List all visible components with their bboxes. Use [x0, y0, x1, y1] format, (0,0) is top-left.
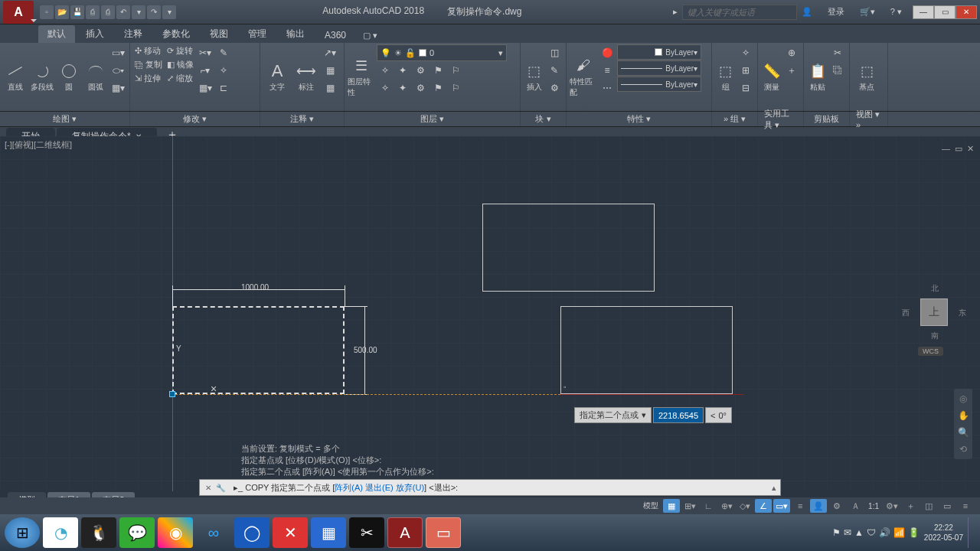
taskbar-app-8[interactable]: ▦: [311, 517, 346, 548]
taskbar-ppt[interactable]: ▭: [426, 517, 461, 548]
layer-s3-icon[interactable]: ⚙: [412, 62, 429, 79]
cmd-close-icon[interactable]: ✕: [203, 482, 214, 493]
app-logo[interactable]: A: [3, 1, 34, 24]
tab-a360[interactable]: A360: [315, 28, 355, 43]
qat-redo-icon[interactable]: ↷: [147, 5, 161, 19]
taskbar-app-5[interactable]: ∞: [196, 517, 231, 548]
group-s3-icon[interactable]: ⊟: [737, 80, 754, 96]
tab-manage[interactable]: 管理: [239, 25, 276, 43]
cmd-history-toggle-icon[interactable]: ▴: [768, 483, 780, 493]
polyline-button[interactable]: 多段线: [30, 44, 55, 109]
nav-wheel-icon[interactable]: ◎: [956, 392, 970, 406]
status-qp-icon[interactable]: 👤: [810, 499, 827, 513]
arc-button[interactable]: 圆弧: [83, 44, 108, 109]
tab-output[interactable]: 输出: [277, 25, 314, 43]
qat-open-icon[interactable]: 📂: [55, 5, 69, 19]
start-button[interactable]: ⊞: [5, 517, 40, 548]
qat-redo-dd-icon[interactable]: ▾: [162, 5, 176, 19]
props-list-icon[interactable]: ≡: [599, 62, 616, 79]
cut-icon[interactable]: ✂: [829, 44, 846, 61]
tray-flag-icon[interactable]: ⚑: [832, 527, 841, 538]
trim-icon[interactable]: ✂▾: [197, 44, 214, 61]
color-combo[interactable]: ByLayer ▾: [617, 44, 701, 60]
tray-shield-icon[interactable]: 🛡: [867, 527, 876, 538]
tray-vol-icon[interactable]: 📶: [893, 527, 905, 538]
circle-button[interactable]: 圆: [57, 44, 82, 109]
qat-saveas-icon[interactable]: ⎙: [86, 5, 100, 19]
props-more-icon[interactable]: ⋯: [599, 80, 616, 96]
layer-s5-icon[interactable]: ⚐: [447, 62, 464, 79]
cmd-config-icon[interactable]: 🔧: [215, 482, 226, 493]
layer-s6-icon[interactable]: ✧: [377, 80, 394, 96]
fillet-icon[interactable]: ⌐▾: [197, 62, 214, 79]
cmd-opt-array[interactable]: 阵列(A): [335, 483, 363, 492]
vp-maximize-icon[interactable]: ▭: [955, 144, 962, 154]
status-otrack-icon[interactable]: ∠: [755, 499, 772, 513]
taskbar-browser1[interactable]: ◉: [158, 517, 193, 548]
close-button[interactable]: ✕: [956, 5, 977, 19]
group-s2-icon[interactable]: ⊞: [737, 62, 754, 79]
signin-icon[interactable]: 👤: [797, 5, 817, 18]
panel-title-props[interactable]: 特性 ▾: [567, 112, 712, 126]
block-attr-icon[interactable]: ⚙: [546, 80, 563, 96]
system-clock[interactable]: 22:22 2022-05-07: [924, 523, 963, 543]
copy-clip-icon[interactable]: ⿻: [829, 62, 846, 79]
status-model[interactable]: 模型: [640, 500, 662, 511]
search-input[interactable]: [682, 5, 797, 20]
layer-s2-icon[interactable]: ✦: [394, 62, 411, 79]
qat-save-icon[interactable]: 💾: [70, 5, 84, 19]
status-clean-icon[interactable]: ▭: [939, 499, 956, 513]
layer-s9-icon[interactable]: ⚑: [430, 80, 446, 96]
dyn-angle-input[interactable]: < 0°: [705, 407, 732, 423]
login-button[interactable]: 登录: [823, 5, 849, 19]
offset-icon[interactable]: ⊏: [215, 80, 232, 96]
status-snap-icon[interactable]: ⊞▾: [681, 499, 698, 513]
block-edit-icon[interactable]: ✎: [546, 62, 563, 79]
match-props-button[interactable]: 🖌特性匹配: [570, 44, 597, 109]
tab-insert[interactable]: 插入: [77, 25, 113, 43]
array-icon[interactable]: ▦▾: [197, 80, 214, 96]
block-create-icon[interactable]: ◫: [546, 44, 563, 61]
dim-button[interactable]: ⟷标注: [292, 44, 320, 109]
nav-pan-icon[interactable]: ✋: [956, 409, 970, 422]
status-anno-icon[interactable]: Ａ: [847, 499, 864, 513]
draw-ellipse-icon[interactable]: ⬭▾: [109, 62, 126, 79]
annot-more-icon[interactable]: ▦: [322, 80, 338, 96]
erase-icon[interactable]: ✎: [215, 44, 232, 61]
cmd-opt-undo[interactable]: 放弃(U): [396, 483, 424, 492]
taskbar-wechat[interactable]: 💬: [119, 517, 155, 548]
maximize-button[interactable]: ▭: [934, 5, 956, 19]
status-ortho-icon[interactable]: ∟: [700, 499, 717, 513]
panel-title-annot[interactable]: 注释 ▾: [260, 112, 345, 126]
search-arrow-icon[interactable]: ▸: [668, 5, 682, 18]
explode-icon[interactable]: ✧: [215, 62, 232, 79]
lineweight-combo[interactable]: ByLayer ▾: [617, 60, 701, 76]
tab-default[interactable]: 默认: [38, 25, 75, 43]
copy-button[interactable]: ⿻复制: [133, 58, 164, 71]
dyn-distance-input[interactable]: 2218.6545: [653, 407, 704, 423]
dyn-dropdown-icon[interactable]: ▾: [642, 410, 646, 420]
draw-hatch-icon[interactable]: ▦▾: [109, 80, 126, 96]
tray-batt-icon[interactable]: 🔋: [908, 527, 920, 538]
layer-props-button[interactable]: ☰图层特性: [348, 44, 375, 109]
panel-title-clip[interactable]: 剪贴板: [804, 112, 850, 126]
tray-mail-icon[interactable]: ✉: [844, 527, 851, 538]
status-osnap-icon[interactable]: ◇▾: [737, 499, 753, 513]
qat-plot-icon[interactable]: ⎙: [101, 5, 115, 19]
vp-minimize-icon[interactable]: —: [942, 144, 950, 154]
status-sc-icon[interactable]: ⚙: [828, 499, 845, 513]
exchange-icon[interactable]: 🛒▾: [855, 5, 880, 18]
panel-title-modify[interactable]: 修改 ▾: [130, 112, 260, 126]
layer-s4-icon[interactable]: ⚑: [430, 62, 446, 79]
scale-button[interactable]: ⤢缩放: [165, 72, 195, 85]
wcs-label[interactable]: WCS: [918, 347, 943, 356]
linetype-combo[interactable]: ByLayer ▾: [617, 77, 701, 92]
status-plus-icon[interactable]: ＋: [902, 499, 919, 513]
taskbar-wps[interactable]: ✕: [273, 517, 308, 548]
qat-new-icon[interactable]: ▫: [40, 5, 54, 19]
measure-s2-icon[interactable]: ＋: [783, 62, 800, 79]
panel-title-layer[interactable]: 图层 ▾: [345, 112, 521, 126]
layer-s7-icon[interactable]: ✦: [394, 80, 411, 96]
status-grid-icon[interactable]: ▦: [663, 499, 680, 513]
tab-view[interactable]: 视图: [201, 25, 237, 43]
